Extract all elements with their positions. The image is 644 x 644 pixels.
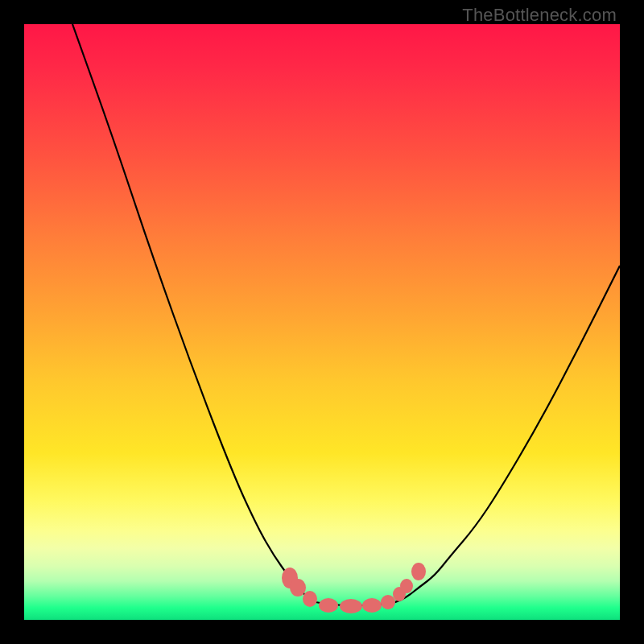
curve-left <box>72 24 316 602</box>
attribution-text: TheBottleneck.com <box>462 5 617 26</box>
data-marker <box>303 591 317 607</box>
data-marker <box>340 599 362 613</box>
data-marker <box>290 579 306 597</box>
data-marker <box>319 598 338 613</box>
curve-right <box>388 266 620 604</box>
chart-frame <box>24 24 620 620</box>
data-marker <box>381 595 395 609</box>
marker-layer <box>282 563 426 613</box>
data-marker <box>400 579 413 593</box>
chart-svg <box>24 24 620 620</box>
data-marker <box>362 598 382 613</box>
data-marker <box>411 563 426 580</box>
curve-layer <box>72 24 620 605</box>
